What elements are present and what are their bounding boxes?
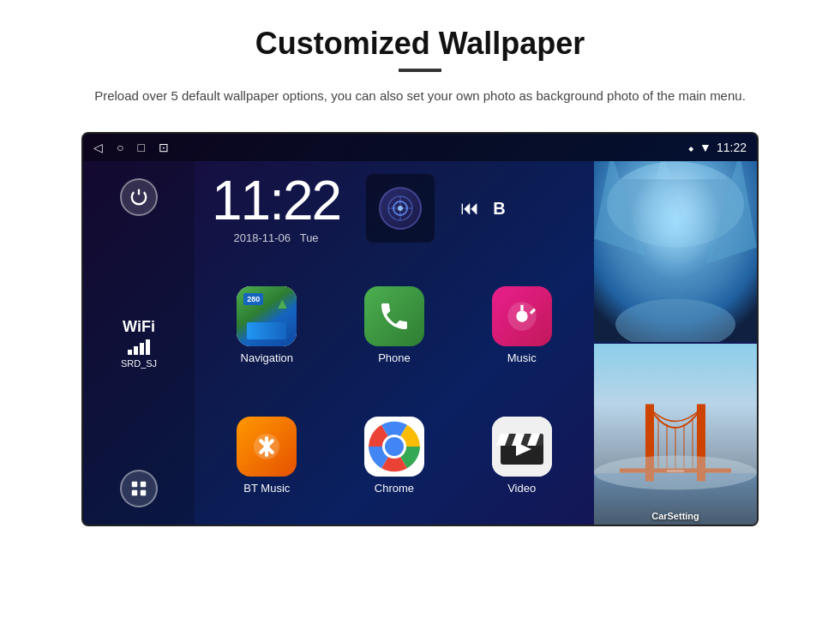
location-icon: ⬥ bbox=[687, 141, 694, 154]
time-block: 11:22 2018-11-06 Tue bbox=[212, 173, 340, 244]
status-bar-right: ⬥ ▼ 11:22 bbox=[687, 141, 747, 154]
app-bt-music[interactable]: BT Music bbox=[203, 390, 331, 520]
app-music[interactable]: Music bbox=[458, 260, 585, 390]
svg-rect-2 bbox=[132, 490, 137, 495]
chrome-icon bbox=[364, 417, 424, 477]
date-display: 2018-11-06 Tue bbox=[234, 231, 319, 244]
screenshot-area: ◁ ○ □ ⊡ ⬥ ▼ 11:22 bbox=[0, 115, 840, 543]
wifi-label: WiFi bbox=[121, 318, 157, 336]
wifi-info: WiFi SRD_SJ bbox=[121, 318, 157, 369]
screenshot-icon[interactable]: ⊡ bbox=[159, 141, 169, 154]
bt-icon bbox=[237, 417, 297, 477]
chrome-label: Chrome bbox=[375, 482, 414, 495]
android-screen: ◁ ○ □ ⊡ ⬥ ▼ 11:22 bbox=[81, 132, 759, 526]
svg-rect-0 bbox=[132, 482, 137, 487]
app-chrome[interactable]: Chrome bbox=[331, 390, 459, 520]
navigation-icon-inner: 280 ▲ bbox=[237, 286, 297, 346]
nav-road bbox=[247, 322, 286, 339]
app-navigation[interactable]: 280 ▲ Navigation bbox=[203, 260, 331, 390]
page-subtitle: Preload over 5 default wallpaper options… bbox=[94, 86, 746, 106]
wifi-bar-3 bbox=[140, 343, 144, 355]
center-content: 11:22 2018-11-06 Tue bbox=[195, 161, 594, 525]
prev-track-icon[interactable]: ⏮ bbox=[460, 197, 479, 219]
page-header: Customized Wallpaper Preload over 5 defa… bbox=[0, 0, 840, 115]
title-divider bbox=[399, 69, 441, 72]
signal-icon: ▼ bbox=[699, 141, 711, 154]
video-icon bbox=[492, 417, 552, 477]
wallpaper-ice[interactable] bbox=[594, 161, 757, 342]
wifi-bar-4 bbox=[146, 339, 150, 355]
page-title: Customized Wallpaper bbox=[69, 26, 771, 62]
svg-rect-22 bbox=[594, 161, 757, 342]
music-label: Music bbox=[507, 351, 537, 364]
svg-point-8 bbox=[398, 206, 403, 211]
power-button[interactable] bbox=[120, 178, 158, 216]
svg-point-39 bbox=[594, 456, 757, 490]
svg-point-27 bbox=[615, 299, 735, 343]
carsetting-label: CarSetting bbox=[594, 511, 757, 521]
app-video[interactable]: Video bbox=[458, 390, 585, 520]
navigation-label: Navigation bbox=[241, 351, 293, 364]
wifi-bar-1 bbox=[128, 350, 132, 355]
app-grid: 280 ▲ Navigation bbox=[195, 255, 594, 525]
phone-label: Phone bbox=[378, 351, 411, 364]
screen-content: WiFi SRD_SJ bbox=[83, 161, 757, 525]
svg-rect-1 bbox=[141, 482, 146, 487]
recents-icon[interactable]: □ bbox=[137, 141, 144, 154]
app-phone[interactable]: Phone bbox=[331, 260, 459, 390]
back-icon[interactable]: ◁ bbox=[93, 141, 103, 154]
time-area: 11:22 2018-11-06 Tue bbox=[195, 161, 594, 255]
left-sidebar: WiFi SRD_SJ bbox=[83, 161, 195, 525]
nav-arrow: ▲ bbox=[275, 295, 291, 313]
svg-point-10 bbox=[516, 310, 527, 321]
status-bar-left: ◁ ○ □ ⊡ bbox=[93, 141, 169, 154]
media-controls: ⏮ B bbox=[460, 197, 505, 219]
music-icon bbox=[492, 286, 552, 346]
svg-point-14 bbox=[385, 437, 404, 456]
app-drawer-button[interactable] bbox=[120, 470, 158, 507]
bt-music-label: BT Music bbox=[243, 482, 290, 495]
nav-sign: 280 bbox=[243, 293, 263, 305]
wifi-bars bbox=[121, 339, 157, 355]
svg-point-23 bbox=[607, 162, 744, 248]
time-display: 11:22 bbox=[212, 173, 340, 228]
wifi-bar-2 bbox=[134, 346, 138, 355]
antenna-inner bbox=[379, 187, 422, 230]
phone-icon bbox=[364, 286, 424, 346]
status-time: 11:22 bbox=[717, 141, 747, 154]
antenna-icon bbox=[366, 174, 435, 243]
video-label: Video bbox=[507, 482, 536, 495]
wallpaper-panel: CarSetting bbox=[594, 161, 757, 525]
status-bar: ◁ ○ □ ⊡ ⬥ ▼ 11:22 bbox=[83, 134, 757, 161]
home-icon[interactable]: ○ bbox=[117, 141, 123, 154]
wifi-ssid: SRD_SJ bbox=[121, 358, 157, 369]
wallpaper-bridge[interactable]: CarSetting bbox=[594, 344, 757, 525]
media-label-b: B bbox=[493, 199, 505, 219]
navigation-icon: 280 ▲ bbox=[237, 286, 297, 346]
svg-rect-3 bbox=[141, 490, 146, 495]
